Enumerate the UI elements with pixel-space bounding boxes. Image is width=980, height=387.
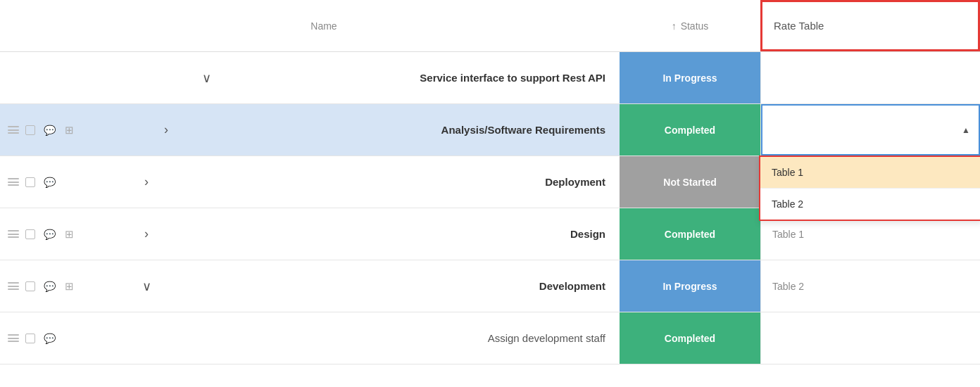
checkbox-icon[interactable] bbox=[25, 334, 35, 343]
development-rate-value: Table 2 bbox=[761, 281, 815, 292]
table-row: 💬 ⊞ ∨ Development In Progress Table 2 bbox=[0, 260, 980, 312]
deployment-status: Not Started bbox=[620, 156, 760, 208]
rate-table-dropdown[interactable]: ▲ Table 1 Table 2 bbox=[761, 104, 980, 156]
analysis-status: Completed bbox=[620, 104, 760, 156]
design-status: Completed bbox=[620, 208, 760, 260]
dropdown-menu: Table 1 Table 2 bbox=[759, 156, 980, 221]
analysis-rate-cell: ▲ Table 1 Table 2 bbox=[760, 104, 980, 156]
drag-handle-icon[interactable] bbox=[8, 126, 19, 134]
header-name-label: Name bbox=[310, 20, 337, 32]
dropdown-arrow-icon: ▲ bbox=[962, 125, 970, 135]
development-name: Development bbox=[156, 280, 620, 292]
comment-icon[interactable]: 💬 bbox=[44, 177, 56, 188]
comment-icon[interactable]: 💬 bbox=[44, 125, 56, 136]
development-status: In Progress bbox=[620, 260, 760, 312]
dropdown-trigger[interactable]: ▲ bbox=[761, 104, 980, 156]
drag-handle-icon[interactable] bbox=[8, 282, 19, 290]
row-left-design: 💬 ⊞ › Design bbox=[0, 227, 620, 241]
table-row: 💬 Assign development staff Completed bbox=[0, 312, 980, 364]
assign-dev-name: Assign development staff bbox=[169, 332, 620, 344]
checkbox-icon[interactable] bbox=[25, 229, 35, 239]
header-rate-table-col: Rate Table bbox=[760, 0, 980, 51]
dropdown-option-table1[interactable]: Table 1 bbox=[760, 157, 980, 188]
drag-handle-icon[interactable] bbox=[8, 178, 19, 186]
comment-icon[interactable]: 💬 bbox=[44, 229, 56, 240]
design-rate-value: Table 1 bbox=[761, 229, 815, 240]
service-interface-status: In Progress bbox=[620, 52, 760, 103]
header-name-col: Name bbox=[0, 20, 620, 32]
comment-icon[interactable]: 💬 bbox=[44, 333, 56, 344]
layout-icon[interactable]: ⊞ bbox=[65, 280, 74, 293]
table-row: 💬 ⊞ › Analysis/Software Requirements Com… bbox=[0, 104, 980, 156]
drag-handle-icon[interactable] bbox=[8, 230, 19, 238]
checkbox-icon[interactable] bbox=[25, 281, 35, 291]
assign-dev-status: Completed bbox=[620, 312, 760, 364]
dropdown-option-table2[interactable]: Table 2 bbox=[760, 188, 980, 220]
design-name: Design bbox=[156, 228, 620, 240]
assign-dev-rate-cell bbox=[760, 312, 980, 364]
comment-icon[interactable]: 💬 bbox=[44, 281, 56, 292]
sort-up-icon[interactable]: ↑ bbox=[672, 20, 677, 32]
analysis-name: Analysis/Software Requirements bbox=[176, 124, 620, 136]
service-interface-name: Service interface to support Rest API bbox=[218, 72, 620, 84]
checkbox-icon[interactable] bbox=[25, 177, 35, 187]
header-status-label: Status bbox=[681, 20, 709, 32]
header-rate-table-label: Rate Table bbox=[774, 20, 824, 32]
drag-handle-icon[interactable] bbox=[8, 334, 19, 342]
table-header: Name ↑ Status Rate Table bbox=[0, 0, 980, 52]
chevron-right-icon[interactable]: › bbox=[144, 227, 149, 241]
layout-icon[interactable]: ⊞ bbox=[65, 124, 74, 137]
table-row: ∨ Service interface to support Rest API … bbox=[0, 52, 980, 104]
deployment-name: Deployment bbox=[156, 176, 620, 188]
task-table: Name ↑ Status Rate Table ∨ Service inter… bbox=[0, 0, 980, 364]
row-left-deployment: 💬 › Deployment bbox=[0, 175, 620, 189]
service-interface-rate-cell bbox=[760, 52, 980, 103]
checkbox-icon[interactable] bbox=[25, 125, 35, 135]
row-left-service: ∨ Service interface to support Rest API bbox=[0, 70, 620, 86]
development-rate-cell: Table 2 bbox=[760, 260, 980, 312]
chevron-right-icon[interactable]: › bbox=[144, 175, 149, 189]
row-left-development: 💬 ⊞ ∨ Development bbox=[0, 279, 620, 294]
chevron-down-icon[interactable]: ∨ bbox=[202, 70, 211, 86]
layout-icon[interactable]: ⊞ bbox=[65, 228, 74, 241]
row-left-analysis: 💬 ⊞ › Analysis/Software Requirements bbox=[0, 122, 620, 137]
header-status-col: ↑ Status bbox=[620, 20, 760, 32]
row-left-assign: 💬 Assign development staff bbox=[0, 332, 620, 344]
chevron-right-icon[interactable]: › bbox=[164, 122, 168, 137]
chevron-down-icon[interactable]: ∨ bbox=[142, 279, 151, 294]
